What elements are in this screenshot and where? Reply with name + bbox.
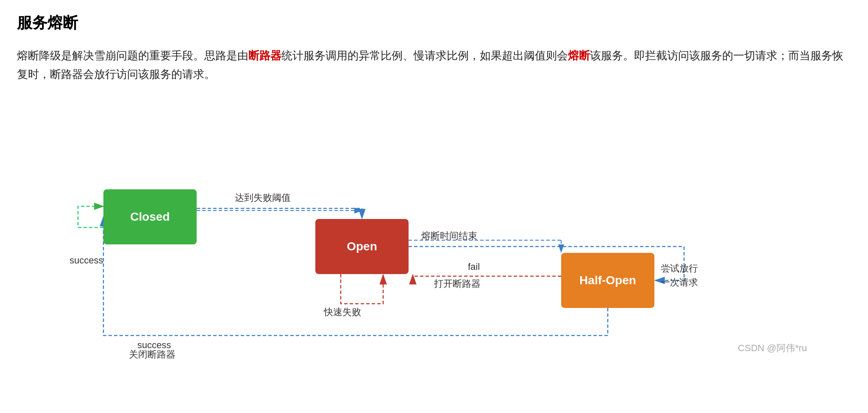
label-fast-fail: 快速失败 bbox=[324, 306, 361, 319]
page-title: 服务熔断 bbox=[17, 13, 851, 33]
node-open: Open bbox=[315, 219, 409, 274]
node-closed: Closed bbox=[103, 189, 197, 244]
description: 熔断降级是解决雪崩问题的重要手段。思路是由断路器统计服务调用的异常比例、慢请求比… bbox=[17, 46, 851, 83]
label-open-breaker: 打开断路器 bbox=[434, 277, 481, 290]
label-close-breaker: 关闭断路器 bbox=[129, 348, 175, 361]
desc-text-1: 熔断降级是解决雪崩问题的重要手段。思路是由 bbox=[17, 49, 248, 62]
node-closed-label: Closed bbox=[130, 210, 170, 224]
label-try-request: 尝试放行 一次请求 bbox=[661, 261, 698, 289]
label-success-top: success bbox=[70, 255, 103, 266]
node-halfopen: Half-Open bbox=[561, 253, 654, 308]
label-fail-threshold: 达到失败阈值 bbox=[235, 191, 291, 204]
highlight-breaker: 断路器 bbox=[248, 49, 281, 62]
node-open-label: Open bbox=[347, 240, 377, 253]
desc-text-2: 统计服务调用的异常比例、慢请求比例，如果超出阈值则会 bbox=[281, 49, 568, 62]
diagram-container: Closed Open Half-Open 达到失败阈值 熔断时间结束 快速失败… bbox=[53, 105, 815, 359]
node-halfopen-label: Half-Open bbox=[579, 274, 636, 287]
highlight-fuse: 熔断 bbox=[568, 49, 590, 62]
watermark: CSDN @阿伟*ru bbox=[738, 342, 807, 355]
label-fail: fail bbox=[468, 261, 480, 272]
label-circuit-end: 熔断时间结束 bbox=[421, 230, 477, 242]
